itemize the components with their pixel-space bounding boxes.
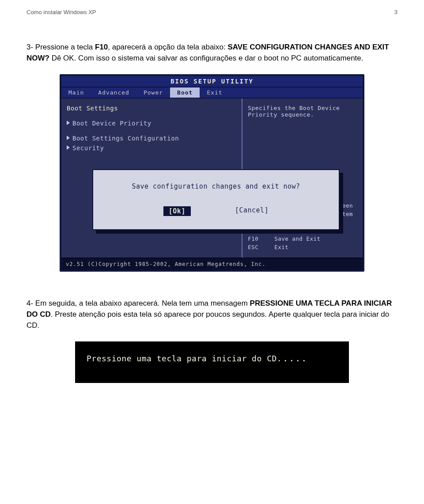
bios-screenshot: BIOS SETUP UTILITY Main Advanced Power B… [26, 74, 398, 272]
menu-boot-device-priority[interactable]: Boot Device Priority [67, 120, 236, 127]
cancel-button[interactable]: [Cancel] [235, 206, 269, 216]
dialog-text: Save configuration changes and exit now? [102, 182, 330, 190]
cd-boot-text: Pressione uma tecla para iniciar do CD. [87, 354, 282, 363]
cd-boot-screenshot: Pressione uma tecla para iniciar do CD..… [26, 341, 398, 383]
menu-boot-settings-config[interactable]: Boot Settings Configuration [67, 135, 236, 142]
doc-title: Como instalar Windows XP [26, 9, 96, 15]
step-3-text: 3- Pressione a tecla F10, aparecerá a op… [26, 42, 398, 64]
step-4-text: 4- Em seguida, a tela abaixo aparecerá. … [26, 298, 398, 331]
tab-power[interactable]: Power [136, 87, 170, 98]
legend-row-f10: F10Save and Exit [248, 235, 357, 243]
bios-tabs: Main Advanced Power Boot Exit [61, 87, 363, 99]
bios-help-text: Specifies the Boot Device Priority seque… [248, 105, 357, 118]
page-number: 3 [394, 9, 398, 15]
boot-settings-heading: Boot Settings [67, 105, 236, 112]
legend-row-esc: ESCExit [248, 243, 357, 252]
chevron-right-icon [67, 145, 70, 150]
save-exit-dialog: Save configuration changes and exit now?… [92, 169, 340, 230]
bios-title: BIOS SETUP UTILITY [61, 76, 363, 87]
bios-body: Boot Settings Boot Device Priority Boot … [61, 99, 363, 258]
menu-security[interactable]: Security [67, 144, 236, 152]
ok-button[interactable]: [Ok] [163, 206, 191, 216]
tab-boot[interactable]: Boot [170, 87, 200, 98]
cd-boot-prompt: Pressione uma tecla para iniciar do CD..… [75, 341, 349, 383]
dialog-buttons: [Ok] [Cancel] [102, 206, 330, 216]
bios-screen: BIOS SETUP UTILITY Main Advanced Power B… [60, 74, 364, 272]
bios-footer: v2.51 (C)Copyright 1985-2002, American M… [61, 258, 363, 270]
tab-exit[interactable]: Exit [200, 87, 229, 98]
chevron-right-icon [67, 136, 70, 140]
page-header: Como instalar Windows XP 3 [26, 9, 398, 15]
ellipsis-icon: .... [283, 353, 307, 364]
tab-main[interactable]: Main [61, 87, 91, 98]
chevron-right-icon [67, 121, 70, 125]
key-f10: F10 [95, 43, 108, 51]
tab-advanced[interactable]: Advanced [91, 87, 136, 98]
